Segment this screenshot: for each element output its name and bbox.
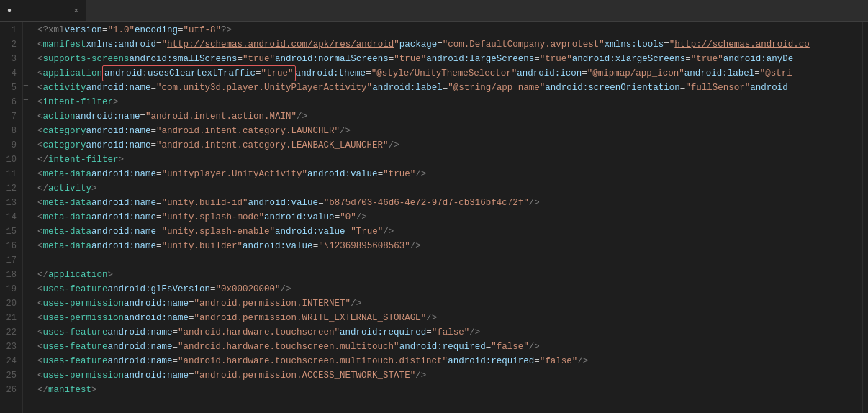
code-line: <uses-permission android:name="android.p… bbox=[37, 311, 862, 325]
code-container: 1234567891011121314151617181920212223242… bbox=[0, 22, 868, 413]
code-line: </application> bbox=[37, 268, 862, 282]
code-line: <category android:name="android.intent.c… bbox=[37, 138, 862, 153]
tab-bar: ● × bbox=[0, 0, 868, 22]
fold-gutter: −−−− bbox=[23, 22, 35, 413]
code-line: <meta-data android:name="unity.splash-mo… bbox=[37, 210, 862, 224]
tab-close-button[interactable]: × bbox=[73, 6, 78, 15]
code-line: <intent-filter> bbox=[37, 95, 862, 109]
code-line: <meta-data android:name="unity.builder" … bbox=[37, 239, 862, 253]
code-line: <uses-feature android:name="android.hard… bbox=[37, 354, 862, 368]
code-line: <manifest xmlns:android="http://schemas.… bbox=[37, 37, 862, 52]
code-line: <activity android:name="com.unity3d.play… bbox=[37, 81, 862, 95]
code-line: <uses-feature android:glEsVersion="0x000… bbox=[37, 282, 862, 296]
code-line: </activity> bbox=[37, 181, 862, 196]
line-numbers: 1234567891011121314151617181920212223242… bbox=[0, 22, 23, 413]
code-line: <uses-permission android:name="android.p… bbox=[37, 296, 862, 311]
code-line: <supports-screens android:smallScreens="… bbox=[37, 52, 862, 66]
code-line: <action android:name="android.intent.act… bbox=[37, 109, 862, 124]
code-line: <uses-permission android:name="android.p… bbox=[37, 368, 862, 383]
tab-manifest[interactable]: ● × bbox=[0, 0, 86, 21]
code-line: <uses-feature android:name="android.hard… bbox=[37, 325, 862, 340]
code-line: </intent-filter> bbox=[37, 153, 862, 167]
code-line: <meta-data android:name="unityplayer.Uni… bbox=[37, 167, 862, 181]
code-line: </manifest> bbox=[37, 383, 862, 397]
scrollbar[interactable] bbox=[862, 22, 868, 413]
code-line: <meta-data android:name="unity.build-id"… bbox=[37, 196, 862, 210]
code-line: <uses-feature android:name="android.hard… bbox=[37, 340, 862, 354]
tab-modified-dot: ● bbox=[7, 6, 12, 14]
code-line: <?xml version="1.0" encoding="utf-8"?> bbox=[37, 23, 862, 37]
code-editor[interactable]: <?xml version="1.0" encoding="utf-8"?><m… bbox=[35, 22, 862, 413]
code-line bbox=[37, 253, 862, 268]
code-line: <meta-data android:name="unity.splash-en… bbox=[37, 224, 862, 239]
code-line: <application android:usesCleartextTraffi… bbox=[37, 66, 862, 81]
code-line: <category android:name="android.intent.c… bbox=[37, 124, 862, 138]
